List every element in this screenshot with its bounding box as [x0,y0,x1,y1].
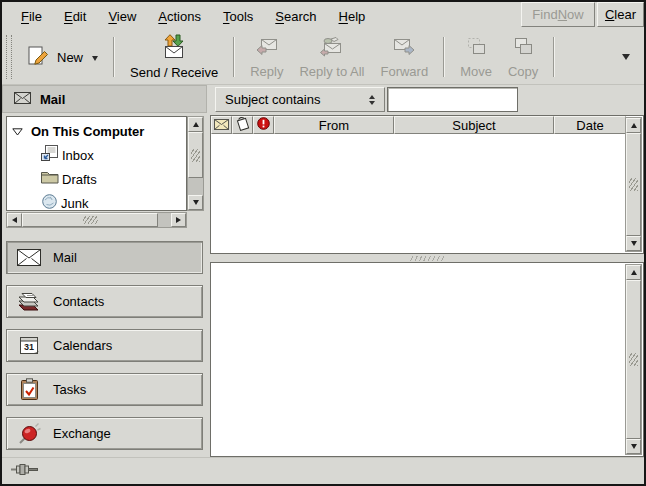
message-list-body[interactable] [212,135,626,252]
reply-to-all-icon [319,36,345,61]
scrollbar-trough[interactable] [158,213,171,227]
switcher-tasks-label: Tasks [53,382,86,397]
tree-root-label: On This Computer [31,124,144,139]
find-now-button[interactable]: Find Now [521,2,595,27]
send-receive-button[interactable]: Send / Receive [122,32,226,82]
column-header-from[interactable]: From [274,116,394,134]
folder-tree-horizontal-scrollbar[interactable] [6,212,187,228]
scroll-up-button[interactable] [188,117,203,132]
menu-search[interactable]: Search [264,4,327,29]
copy-button[interactable]: Copy [500,32,546,82]
message-list-header: From Subject Date [211,116,626,135]
scroll-down-button[interactable] [626,439,641,454]
new-dropdown-chevron-icon[interactable] [92,56,98,64]
menu-edit[interactable]: Edit [53,4,97,29]
move-icon [464,36,488,61]
scroll-right-button[interactable] [171,213,186,227]
scroll-up-button[interactable] [626,118,641,133]
reply-icon [255,36,279,61]
reply-to-all-button[interactable]: Reply to All [291,32,372,82]
toolbar-separator [443,37,445,77]
folder-junk[interactable]: Junk [7,189,186,211]
switcher-mail-label: Mail [53,250,77,265]
scroll-down-button[interactable] [626,236,641,251]
menu-actions[interactable]: Actions [147,4,212,29]
arrow-down-icon [193,200,199,205]
switcher-exchange-button[interactable]: Exchange [6,417,203,450]
scroll-left-button[interactable] [7,213,22,227]
tasks-icon [16,378,42,401]
folder-drafts[interactable]: Drafts [7,166,186,189]
calendar-icon: 31 [16,335,42,356]
tree-root-on-this-computer[interactable]: On This Computer [7,117,186,141]
inbox-icon [41,145,59,164]
status-bar [2,457,644,484]
priority-column-header[interactable] [253,116,274,134]
contacts-icon [16,291,42,312]
preview-vertical-scrollbar[interactable] [625,264,642,455]
switcher-calendars-label: Calendars [53,338,112,353]
evolution-window: File Edit View Actions Tools Search Help… [0,0,646,486]
arrow-down-icon [631,444,637,449]
move-button[interactable]: Move [452,32,500,82]
scrollbar-thumb[interactable] [626,280,641,439]
new-document-icon [26,44,50,71]
column-header-subject[interactable]: Subject [394,116,554,134]
toolbar-overflow-chevron-icon[interactable] [622,54,630,64]
preview-pane[interactable] [210,262,644,457]
drafts-folder-icon [41,170,59,187]
switcher-mail-button[interactable]: Mail [6,241,203,274]
search-input[interactable] [387,87,518,112]
message-list-vertical-scrollbar[interactable] [625,117,642,252]
reply-label: Reply [250,64,283,79]
column-header-date[interactable]: Date [554,116,626,134]
scroll-down-button[interactable] [188,195,203,210]
new-button[interactable]: New [18,32,106,82]
expander-icon[interactable] [12,124,23,139]
scrollbar-thumb[interactable] [626,133,641,236]
folder-tree-vertical-scrollbar[interactable] [187,116,204,211]
scroll-up-button[interactable] [626,265,641,280]
message-status-column-header[interactable] [211,116,232,134]
switcher-tasks-button[interactable]: Tasks [6,373,203,406]
menu-view[interactable]: View [97,4,147,29]
scrollbar-trough[interactable] [188,178,203,195]
menu-tools[interactable]: Tools [212,4,264,29]
junk-icon [41,193,58,211]
forward-icon [392,36,416,61]
search-criteria-value: Subject contains [225,92,320,107]
search-criteria-combo[interactable]: Subject contains [215,87,385,112]
forward-label: Forward [380,64,428,79]
scrollbar-thumb[interactable] [22,213,158,227]
menu-help[interactable]: Help [328,4,377,29]
reply-to-all-label: Reply to All [299,64,364,79]
message-status-icon [214,118,229,133]
arrow-up-icon [631,123,637,128]
toolbar-separator [113,37,115,77]
scrollbar-thumb[interactable] [188,132,203,178]
attachment-column-header[interactable] [232,116,253,134]
arrow-left-icon [12,217,17,223]
arrow-right-icon [176,217,181,223]
clear-button[interactable]: Clear [597,2,644,27]
switcher-exchange-label: Exchange [53,426,111,441]
arrow-up-icon [193,122,199,127]
sidebar-header: Mail [2,85,207,113]
menu-file[interactable]: File [10,4,53,29]
reply-button[interactable]: Reply [242,32,291,82]
switcher-contacts-label: Contacts [53,294,104,309]
sidebar-header-label: Mail [40,92,65,107]
priority-icon [257,117,270,133]
connector-icon[interactable] [11,463,39,479]
switcher-calendars-button[interactable]: 31 Calendars [6,329,203,362]
mail-icon [16,249,42,266]
folder-drafts-label: Drafts [62,171,97,187]
copy-icon [511,36,535,61]
switcher-contacts-button[interactable]: Contacts [6,285,203,318]
toolbar-drag-handle[interactable] [6,35,12,79]
pane-splitter[interactable] [210,254,644,262]
folder-inbox[interactable]: Inbox [7,141,186,166]
send-receive-icon [161,34,187,62]
forward-button[interactable]: Forward [372,32,436,82]
mail-header-icon [14,92,31,107]
